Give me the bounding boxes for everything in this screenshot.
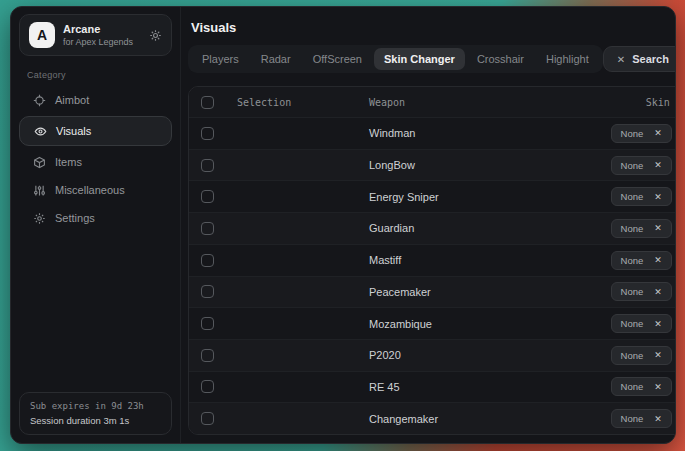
- clear-skin-icon[interactable]: ✕: [654, 287, 662, 297]
- app-subtitle: for Apex Legends: [63, 37, 141, 47]
- table-row: Energy SniperNone✕: [189, 180, 676, 212]
- sidebar-nav: AimbotVisualsItemsMiscellaneousSettings: [11, 86, 180, 232]
- search-icon: ✕: [617, 54, 625, 65]
- select-all-checkbox[interactable]: [201, 96, 214, 109]
- tab-bar: PlayersRadarOffScreenSkin ChangerCrossha…: [188, 45, 603, 73]
- table-row: WindmanNone✕: [189, 117, 676, 149]
- weapon-name: Guardian: [369, 222, 611, 234]
- skin-value: None: [621, 160, 644, 171]
- sidebar-item-aimbot[interactable]: Aimbot: [11, 86, 180, 114]
- sidebar-item-miscellaneous[interactable]: Miscellaneous: [11, 176, 180, 204]
- sidebar-item-label: Settings: [55, 212, 95, 224]
- row-checkbox[interactable]: [201, 412, 214, 425]
- sidebar: A Arcane for Apex Legends Category Aimbo…: [11, 7, 181, 443]
- clear-skin-icon[interactable]: ✕: [654, 223, 662, 233]
- skin-badge[interactable]: None✕: [611, 156, 672, 175]
- skin-value: None: [621, 223, 644, 234]
- brand-card: A Arcane for Apex Legends: [19, 14, 172, 56]
- table-row: ChangemakerNone✕: [189, 402, 676, 434]
- clear-skin-icon[interactable]: ✕: [654, 192, 662, 202]
- skin-badge[interactable]: None✕: [611, 124, 672, 143]
- skin-badge[interactable]: None✕: [611, 346, 672, 365]
- weapon-name: Changemaker: [369, 413, 611, 425]
- skin-badge[interactable]: None✕: [611, 219, 672, 238]
- sidebar-item-label: Visuals: [56, 125, 91, 137]
- gear-icon[interactable]: [149, 29, 162, 42]
- tab-radar[interactable]: Radar: [251, 48, 301, 70]
- search-button-label: Search: [632, 53, 669, 65]
- row-checkbox[interactable]: [201, 159, 214, 172]
- clear-skin-icon[interactable]: ✕: [654, 160, 662, 170]
- weapon-name: Energy Sniper: [369, 191, 611, 203]
- clear-skin-icon[interactable]: ✕: [654, 414, 662, 424]
- sidebar-item-visuals[interactable]: Visuals: [19, 116, 172, 146]
- gear-icon: [33, 212, 46, 225]
- skin-badge[interactable]: None✕: [611, 187, 672, 206]
- weapon-name: LongBow: [369, 159, 611, 171]
- row-checkbox[interactable]: [201, 380, 214, 393]
- weapon-name: P2020: [369, 349, 611, 361]
- skin-value: None: [621, 350, 644, 361]
- box-icon: [33, 156, 46, 169]
- skin-value: None: [621, 191, 644, 202]
- table-row: RE 45None✕: [189, 371, 676, 403]
- clear-skin-icon[interactable]: ✕: [654, 319, 662, 329]
- table-row: P2020None✕: [189, 339, 676, 371]
- row-checkbox[interactable]: [201, 222, 214, 235]
- column-header-selection: Selection: [237, 97, 369, 108]
- skin-badge[interactable]: None✕: [611, 314, 672, 333]
- row-checkbox[interactable]: [201, 254, 214, 267]
- table-header-row: Selection Weapon Skin: [189, 87, 676, 117]
- skin-badge[interactable]: None✕: [611, 377, 672, 396]
- clear-skin-icon[interactable]: ✕: [654, 350, 662, 360]
- skin-value: None: [621, 318, 644, 329]
- skin-value: None: [621, 128, 644, 139]
- sidebar-item-label: Miscellaneous: [55, 184, 125, 196]
- weapon-name: Mozambique: [369, 318, 611, 330]
- skin-badge[interactable]: None✕: [611, 409, 672, 428]
- row-checkbox[interactable]: [201, 317, 214, 330]
- column-header-weapon: Weapon: [369, 97, 646, 108]
- app-logo: A: [29, 22, 55, 48]
- eye-icon: [34, 125, 47, 138]
- table-row: GuardianNone✕: [189, 212, 676, 244]
- skin-badge[interactable]: None✕: [611, 251, 672, 270]
- table-row: MastiffNone✕: [189, 244, 676, 276]
- sub-expiry-text: Sub expires in 9d 23h: [30, 401, 161, 411]
- tabs-row: PlayersRadarOffScreenSkin ChangerCrossha…: [188, 45, 676, 73]
- tab-crosshair[interactable]: Crosshair: [467, 48, 534, 70]
- app-window: A Arcane for Apex Legends Category Aimbo…: [10, 6, 676, 444]
- brand-text: Arcane for Apex Legends: [63, 23, 141, 47]
- page-title: Visuals: [188, 20, 676, 35]
- tab-offscreen[interactable]: OffScreen: [303, 48, 372, 70]
- crosshair-icon: [33, 94, 46, 107]
- row-checkbox[interactable]: [201, 349, 214, 362]
- skin-value: None: [621, 286, 644, 297]
- clear-skin-icon[interactable]: ✕: [654, 255, 662, 265]
- search-button[interactable]: ✕ Search: [603, 46, 676, 72]
- session-info-card: Sub expires in 9d 23h Session duration 3…: [19, 392, 172, 435]
- sidebar-item-items[interactable]: Items: [11, 148, 180, 176]
- app-title: Arcane: [63, 23, 141, 35]
- skin-badge[interactable]: None✕: [611, 282, 672, 301]
- category-label: Category: [27, 70, 180, 80]
- weapon-name: Peacemaker: [369, 286, 611, 298]
- weapons-table: Selection Weapon Skin WindmanNone✕LongBo…: [188, 86, 676, 435]
- table-row: LongBowNone✕: [189, 149, 676, 181]
- clear-skin-icon[interactable]: ✕: [654, 128, 662, 138]
- tab-skin-changer[interactable]: Skin Changer: [374, 48, 465, 70]
- row-checkbox[interactable]: [201, 285, 214, 298]
- weapon-name: RE 45: [369, 381, 611, 393]
- table-body: WindmanNone✕LongBowNone✕Energy SniperNon…: [189, 117, 676, 434]
- weapon-name: Mastiff: [369, 254, 611, 266]
- weapon-name: Windman: [369, 127, 611, 139]
- row-checkbox[interactable]: [201, 190, 214, 203]
- tab-players[interactable]: Players: [192, 48, 249, 70]
- session-duration-text: Session duration 3m 1s: [30, 415, 161, 426]
- row-checkbox[interactable]: [201, 127, 214, 140]
- skin-value: None: [621, 413, 644, 424]
- tab-highlight[interactable]: Highlight: [536, 48, 599, 70]
- clear-skin-icon[interactable]: ✕: [654, 382, 662, 392]
- main-panel: Visuals PlayersRadarOffScreenSkin Change…: [181, 7, 676, 443]
- sidebar-item-settings[interactable]: Settings: [11, 204, 180, 232]
